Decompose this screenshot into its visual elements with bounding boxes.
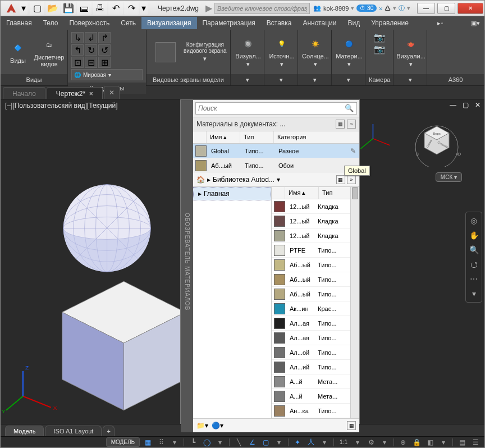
status-mode[interactable]: МОДЕЛЬ xyxy=(106,437,140,447)
doctab-current[interactable]: Чертеж2* × xyxy=(47,87,103,99)
home-icon[interactable]: 🏠 xyxy=(196,176,205,184)
open-icon[interactable]: 📂 xyxy=(45,2,60,15)
tab-insert[interactable]: Вставка xyxy=(261,17,298,29)
scrollbar-thumb[interactable] xyxy=(352,187,358,199)
tab-visualize[interactable]: Визуализация xyxy=(141,17,197,29)
doctab-plus[interactable]: ✕ xyxy=(104,86,120,99)
materials-button[interactable]: 🔵Матери...▾ xyxy=(335,36,363,68)
ucs-btn-3[interactable]: ↱ xyxy=(98,32,111,43)
render-button[interactable]: 🫖Визуали...▾ xyxy=(397,36,425,68)
nav-wheel-icon[interactable]: ◎ xyxy=(468,214,480,227)
lights-button[interactable]: 💡Источн...▾ xyxy=(268,36,296,68)
expand-icon[interactable]: » xyxy=(347,120,356,129)
table-row[interactable]: Аб...ый Типо... Обои xyxy=(193,158,359,173)
ucs-msk-pill[interactable]: МСК ▾ xyxy=(436,172,462,182)
viewport-config-button[interactable]: Конфигурация видового экрана▾ xyxy=(184,42,227,62)
ucs-btn-8[interactable]: ⊟ xyxy=(85,57,97,68)
list-item[interactable]: Ал...ий Типо... xyxy=(272,360,359,374)
list-item[interactable]: 12...ый Кладка xyxy=(272,214,359,228)
status-dd2[interactable]: ▾ xyxy=(214,438,226,447)
list-item[interactable]: 12...ый Кладка xyxy=(272,199,359,214)
list-item[interactable]: А...й Мета... xyxy=(272,374,359,389)
layout-add[interactable]: + xyxy=(103,426,114,436)
ucs-btn-6[interactable]: ↺ xyxy=(98,44,111,56)
panel-vscreen-title[interactable]: Видовые экраны модели xyxy=(147,74,230,85)
materials-search-input[interactable] xyxy=(195,102,357,115)
panel-render-title[interactable]: ▾ xyxy=(394,74,427,85)
list-item[interactable]: Ал...ая Типо... xyxy=(272,316,359,331)
nav-zoom-icon[interactable]: 🔍 xyxy=(468,244,480,256)
saveas-icon[interactable]: 🖴 xyxy=(77,2,91,15)
views-button[interactable]: 🔷Виды xyxy=(4,40,32,64)
sun-button[interactable]: ☀️Солнце...▾ xyxy=(301,36,330,68)
panel-mat-title[interactable]: ▾ xyxy=(332,74,365,85)
save-icon[interactable]: 💾 xyxy=(61,2,76,15)
list-item[interactable]: Ал...ой Типо... xyxy=(272,345,359,360)
panel-camera-title[interactable]: Камера xyxy=(365,74,393,85)
list-item[interactable]: А...й Мета... xyxy=(272,389,359,404)
ucs-btn-7[interactable]: ⊡ xyxy=(71,57,84,68)
status-dd7[interactable]: ▾ xyxy=(438,438,449,447)
col-name[interactable]: Имя ▴ xyxy=(207,131,240,143)
lib-expand-icon[interactable]: » xyxy=(347,175,356,184)
view-manager-button[interactable]: 🗂Диспетчер видов xyxy=(34,37,64,67)
status-custom-icon[interactable]: ▤ xyxy=(456,438,468,447)
tab-mesh[interactable]: Сеть xyxy=(115,17,141,29)
named-views-button[interactable] xyxy=(150,42,181,62)
undo-icon[interactable]: ↶ xyxy=(108,2,123,15)
tab-manage[interactable]: Управление xyxy=(365,17,414,29)
status-ortho-icon[interactable]: ┗ xyxy=(187,438,199,447)
visual-styles-button[interactable]: 🔘Визуал...▾ xyxy=(234,36,262,68)
list-item[interactable]: PTFE Типо... xyxy=(272,243,359,258)
status-scale[interactable]: 1:1 xyxy=(337,439,350,445)
time-pill[interactable]: ⏱ 30 xyxy=(356,4,377,12)
status-quick-icon[interactable]: ◧ xyxy=(424,438,436,447)
table-row[interactable]: Global Типо... Разное ✎ xyxy=(193,144,359,158)
layout-iso[interactable]: ISO A1 Layout xyxy=(45,426,102,436)
camera-icon2[interactable]: 📷 xyxy=(374,44,385,54)
status-dd1[interactable]: ▾ xyxy=(169,438,180,447)
list-item[interactable]: 12...ый Кладка xyxy=(272,228,359,243)
nav-orbit-icon[interactable]: ⭯ xyxy=(468,258,480,271)
status-dd4[interactable]: ▾ xyxy=(319,438,330,447)
exchange-icon[interactable]: ⨉ xyxy=(379,4,382,12)
panel-vis-title[interactable]: ▾ xyxy=(231,74,264,85)
list-item[interactable]: Аб...ый Типо... xyxy=(272,287,359,301)
tree-root[interactable]: ▸Главная xyxy=(193,187,271,200)
ucs-btn-1[interactable]: ↳ xyxy=(71,32,84,43)
app-menu-dropdown[interactable]: ▾ xyxy=(20,2,28,15)
redo-icon[interactable]: ↷ xyxy=(124,2,139,15)
ucs-btn-9[interactable]: ⊞ xyxy=(98,57,111,68)
qat-dropdown[interactable]: ▾ xyxy=(140,2,148,15)
print-icon[interactable]: 🖶 xyxy=(93,2,107,15)
status-dyn-icon[interactable]: ✦ xyxy=(292,438,303,447)
keyword-search[interactable] xyxy=(214,3,310,14)
status-iso-icon[interactable]: ╲ xyxy=(233,438,244,447)
tab-annotate[interactable]: Аннотации xyxy=(297,17,342,29)
add-material-icon[interactable]: 🔵▾ xyxy=(212,422,223,429)
footer-view-icon[interactable]: ▦ xyxy=(347,421,356,430)
nav-pan-icon[interactable]: ✋ xyxy=(468,229,480,241)
panel-src-title[interactable]: ▾ xyxy=(264,74,298,85)
status-osnap-icon[interactable]: ∠ xyxy=(246,438,258,447)
library-dropdown[interactable]: ▾ xyxy=(277,176,280,184)
nav-expand-icon[interactable]: ▾ xyxy=(468,287,480,300)
tab-parametric[interactable]: Параметризация xyxy=(197,17,261,29)
status-dd3[interactable]: ▾ xyxy=(273,438,285,447)
new-icon[interactable]: ▢ xyxy=(30,2,44,15)
status-infer-icon[interactable]: 人 xyxy=(305,438,317,447)
status-polar-icon[interactable]: ◯ xyxy=(201,438,212,447)
status-lock-icon[interactable]: 🔒 xyxy=(411,438,422,447)
edit-icon[interactable]: ✎ xyxy=(350,147,356,155)
status-grid-icon[interactable]: ▦ xyxy=(142,438,153,447)
viewcube[interactable]: Верх Спереди Слева З Ю xyxy=(411,116,462,167)
list-col-name[interactable]: Имя ▴ xyxy=(285,187,319,199)
keyword-search-input[interactable] xyxy=(214,3,310,14)
lib-view-mode-icon[interactable]: ▦ xyxy=(336,175,345,184)
close-button[interactable]: ✕ xyxy=(457,3,483,14)
tab-view[interactable]: Вид xyxy=(342,17,365,29)
panel-a360-title[interactable]: A360 xyxy=(427,74,484,85)
panel-views-title[interactable]: Виды xyxy=(1,74,67,85)
ribbon-next-icon[interactable]: ▸◦ xyxy=(435,17,445,29)
library-name[interactable]: Библиотека Autod... xyxy=(213,176,274,184)
